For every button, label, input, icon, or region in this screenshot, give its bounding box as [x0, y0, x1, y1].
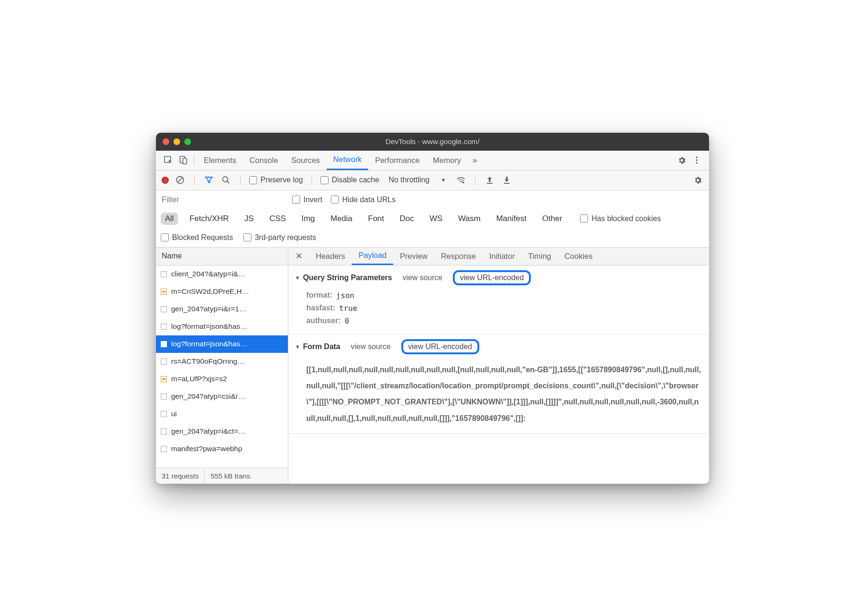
request-row[interactable]: manifest?pwa=webhp: [156, 440, 288, 458]
settings-icon[interactable]: [674, 153, 689, 167]
tab-sources[interactable]: Sources: [285, 150, 327, 170]
detail-tab-preview[interactable]: Preview: [393, 248, 434, 265]
titlebar: DevTools - www.google.com/: [156, 133, 709, 151]
type-filter-js[interactable]: JS: [240, 213, 258, 225]
detail-tab-response[interactable]: Response: [434, 248, 483, 265]
more-tabs-icon[interactable]: »: [467, 155, 482, 165]
throttling-select[interactable]: No throttling ▼: [385, 176, 450, 184]
detail-tab-cookies[interactable]: Cookies: [558, 248, 599, 265]
request-name: gen_204?atyp=csi&r…: [171, 392, 283, 401]
search-icon[interactable]: [220, 174, 232, 186]
hide-data-urls-checkbox[interactable]: Hide data URLs: [331, 196, 396, 204]
inspect-element-icon[interactable]: [161, 153, 176, 167]
filter-toggle-icon[interactable]: [203, 174, 215, 186]
svg-rect-11: [487, 183, 493, 184]
upload-har-icon[interactable]: [484, 174, 495, 186]
document-icon: [161, 428, 167, 435]
tab-console[interactable]: Console: [243, 150, 285, 170]
filter-input[interactable]: [161, 193, 284, 206]
query-param: authuser:0: [295, 315, 702, 327]
kebab-menu-icon[interactable]: [689, 153, 704, 167]
request-row[interactable]: gen_204?atyp=i&ct=…: [156, 423, 288, 440]
request-list[interactable]: client_204?&atyp=i&…m=CnSW2d,DPreE,H…gen…: [156, 265, 288, 468]
request-name: m=aLUfP?xjs=s2: [171, 375, 283, 383]
detail-tab-timing[interactable]: Timing: [521, 248, 558, 265]
chevron-down-icon: ▼: [295, 275, 300, 281]
query-string-header[interactable]: ▼Query String Parameters: [295, 274, 392, 282]
type-filter-fetchxhr[interactable]: Fetch/XHR: [185, 213, 233, 225]
preserve-log-checkbox[interactable]: Preserve log: [249, 176, 303, 184]
blocked-requests-checkbox[interactable]: Blocked Requests: [161, 233, 233, 242]
form-data-header[interactable]: ▼Form Data: [295, 342, 340, 351]
request-count: 31 requests: [156, 472, 204, 480]
request-row[interactable]: log?format=json&has…: [156, 335, 288, 353]
request-row[interactable]: m=aLUfP?xjs=s2: [156, 370, 288, 388]
third-party-checkbox[interactable]: 3rd-party requests: [243, 233, 316, 242]
preserve-log-label: Preserve log: [260, 176, 303, 184]
document-icon: [161, 271, 167, 277]
request-row[interactable]: gen_204?atyp=csi&r…: [156, 388, 288, 405]
tab-memory[interactable]: Memory: [426, 150, 468, 170]
param-value: true: [339, 304, 357, 313]
document-icon: [161, 324, 167, 330]
script-icon: [161, 289, 167, 295]
view-source-link[interactable]: view source: [351, 342, 390, 351]
request-row[interactable]: rs=ACT90oFqOrnng…: [156, 353, 288, 370]
detail-tab-payload[interactable]: Payload: [352, 248, 393, 265]
type-filter-other[interactable]: Other: [538, 213, 567, 225]
detail-tab-headers[interactable]: Headers: [309, 248, 352, 265]
device-toggle-icon[interactable]: [176, 153, 191, 167]
request-row[interactable]: client_204?&atyp=i&…: [156, 265, 288, 283]
tab-network[interactable]: Network: [327, 150, 369, 170]
form-data-section: ▼Form Data view source view URL-encoded …: [288, 334, 709, 434]
type-filter-media[interactable]: Media: [326, 213, 356, 225]
type-filter-font[interactable]: Font: [364, 213, 389, 225]
type-filter-css[interactable]: CSS: [265, 213, 290, 225]
type-filter-img[interactable]: Img: [297, 213, 319, 225]
divider: [311, 175, 312, 185]
type-filter-wasm[interactable]: Wasm: [454, 213, 485, 225]
request-row[interactable]: m=CnSW2d,DPreE,H…: [156, 283, 288, 300]
network-conditions-icon[interactable]: [455, 174, 467, 186]
form-data-body: [[1,null,null,null,null,null,null,null,n…: [295, 358, 702, 427]
panel-settings-icon[interactable]: [692, 174, 703, 186]
type-filter-all[interactable]: All: [161, 213, 178, 225]
type-filter-manifest[interactable]: Manifest: [492, 213, 531, 225]
type-filter-doc[interactable]: Doc: [396, 213, 418, 225]
view-url-encoded-link[interactable]: view URL-encoded: [401, 339, 479, 354]
disable-cache-label: Disable cache: [332, 176, 380, 184]
type-filter-ws[interactable]: WS: [425, 213, 447, 225]
request-row[interactable]: ui: [156, 405, 288, 423]
request-name: gen_204?atyp=i&r=1…: [171, 305, 283, 313]
name-column-header[interactable]: Name: [156, 248, 288, 265]
clear-icon[interactable]: [174, 174, 186, 186]
divider: [194, 155, 194, 165]
request-name: log?format=json&has…: [171, 340, 283, 348]
param-key: authuser:: [306, 317, 341, 325]
query-param: format:json: [295, 289, 702, 302]
request-name: client_204?&atyp=i&…: [171, 270, 283, 278]
view-source-link[interactable]: view source: [402, 274, 442, 282]
has-blocked-cookies-checkbox[interactable]: Has blocked cookies: [580, 214, 661, 223]
devtools-window: DevTools - www.google.com/ Elements Cons…: [156, 133, 709, 484]
request-name: m=CnSW2d,DPreE,H…: [171, 287, 283, 296]
document-icon: [161, 411, 167, 417]
invert-checkbox[interactable]: Invert: [292, 196, 322, 204]
download-har-icon[interactable]: [501, 174, 512, 186]
request-row[interactable]: gen_204?atyp=i&r=1…: [156, 300, 288, 318]
window-title: DevTools - www.google.com/: [156, 137, 709, 146]
detail-tab-initiator[interactable]: Initiator: [483, 248, 521, 265]
divider: [194, 175, 195, 185]
view-url-encoded-link[interactable]: view URL-encoded: [453, 270, 531, 285]
svg-rect-2: [183, 158, 187, 164]
throttling-value: No throttling: [389, 176, 429, 184]
record-button[interactable]: [162, 177, 169, 184]
tab-performance[interactable]: Performance: [368, 150, 426, 170]
svg-point-8: [223, 177, 228, 182]
request-row[interactable]: log?format=json&has…: [156, 318, 288, 335]
status-bar: 31 requests 555 kB trans: [156, 468, 288, 484]
disable-cache-checkbox[interactable]: Disable cache: [320, 176, 380, 184]
close-detail-icon[interactable]: ✕: [292, 249, 305, 263]
request-name: manifest?pwa=webhp: [171, 445, 283, 453]
tab-elements[interactable]: Elements: [197, 150, 243, 170]
